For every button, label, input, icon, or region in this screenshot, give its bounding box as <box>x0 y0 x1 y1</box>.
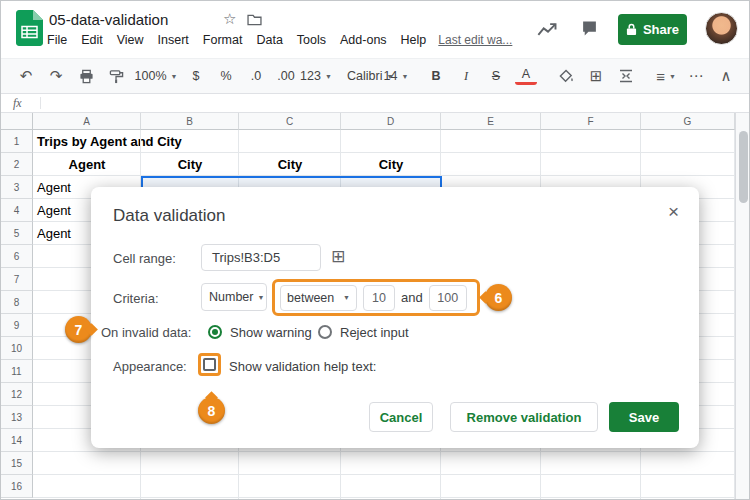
row-header-6[interactable]: 6 <box>1 245 33 268</box>
row-header-13[interactable]: 13 <box>1 406 33 429</box>
font-select[interactable]: Calibri ▼ <box>345 64 367 88</box>
row-header-1[interactable]: 1 <box>1 130 33 153</box>
step-badge-8: 8 <box>198 397 225 424</box>
cell-a4[interactable]: Agent <box>37 199 71 222</box>
star-icon[interactable]: ☆ <box>223 10 236 28</box>
row-header-15[interactable]: 15 <box>1 452 33 475</box>
chevron-down-icon: ▼ <box>669 73 676 80</box>
menu-data[interactable]: Data <box>256 33 282 47</box>
cell-b2[interactable]: City <box>141 153 239 176</box>
menu-file[interactable]: File <box>47 33 67 47</box>
remove-validation-button[interactable]: Remove validation <box>450 402 598 432</box>
menubar: FileEditViewInsertFormatDataToolsAdd-ons… <box>47 33 512 47</box>
italic-button[interactable]: I <box>455 64 477 88</box>
row-header-7[interactable]: 7 <box>1 268 33 291</box>
folder-icon[interactable] <box>247 14 262 26</box>
cell-a5[interactable]: Agent <box>37 222 71 245</box>
column-header-b[interactable]: B <box>141 113 239 130</box>
cell-c2[interactable]: City <box>239 153 341 176</box>
criteria-operator-value: between <box>287 291 334 305</box>
undo-icon[interactable]: ↶ <box>15 64 37 88</box>
invalid-data-label: On invalid data: <box>101 325 191 340</box>
text-color-button[interactable]: A <box>515 67 537 85</box>
strikethrough-button[interactable]: S <box>485 64 507 88</box>
criteria-operator-dropdown[interactable]: between ▼ <box>280 285 357 311</box>
column-header-e[interactable]: E <box>441 113 541 130</box>
row-header-3[interactable]: 3 <box>1 176 33 199</box>
last-edit-link[interactable]: Last edit wa... <box>438 33 512 47</box>
max-value-input[interactable]: 100 <box>429 285 467 311</box>
scrollbar-thumb[interactable] <box>739 131 748 203</box>
avatar[interactable] <box>705 12 738 45</box>
row-header-2[interactable]: 2 <box>1 153 33 176</box>
share-button[interactable]: Share <box>618 14 687 45</box>
menu-edit[interactable]: Edit <box>81 33 103 47</box>
close-icon[interactable]: × <box>668 201 679 223</box>
collapse-toolbar-icon[interactable]: ∧ <box>715 64 737 88</box>
bold-button[interactable]: B <box>425 64 447 88</box>
menu-help[interactable]: Help <box>401 33 427 47</box>
align-select[interactable]: ≡ ▼ <box>655 64 677 88</box>
column-header-a[interactable]: A <box>33 113 141 130</box>
row-header-16[interactable]: 16 <box>1 475 33 498</box>
dialog-title: Data validation <box>113 206 225 226</box>
cancel-button[interactable]: Cancel <box>369 402 433 432</box>
formula-bar: fx <box>1 94 749 113</box>
print-icon[interactable] <box>75 64 97 88</box>
min-value-input[interactable]: 10 <box>363 285 395 311</box>
comment-icon[interactable] <box>581 20 598 37</box>
row-header-5[interactable]: 5 <box>1 222 33 245</box>
menu-view[interactable]: View <box>117 33 144 47</box>
row-header-12[interactable]: 12 <box>1 383 33 406</box>
cell-d2[interactable]: City <box>341 153 441 176</box>
fill-color-icon[interactable] <box>555 64 577 88</box>
save-button[interactable]: Save <box>609 402 679 432</box>
row-header-8[interactable]: 8 <box>1 291 33 314</box>
cell-a1[interactable]: Trips by Agent and City <box>37 130 182 153</box>
criteria-label: Criteria: <box>113 291 159 306</box>
show-warning-radio[interactable] <box>208 325 222 339</box>
reject-input-radio[interactable] <box>318 325 332 339</box>
column-header-c[interactable]: C <box>239 113 341 130</box>
sheets-logo[interactable] <box>16 10 43 46</box>
column-header-f[interactable]: F <box>541 113 641 130</box>
and-label: and <box>401 290 423 305</box>
activity-icon[interactable] <box>537 22 559 37</box>
format-currency-button[interactable]: $ <box>185 64 207 88</box>
borders-icon[interactable]: ⊞ <box>585 64 607 88</box>
more-toolbar-icon[interactable]: ⋯ <box>685 64 707 88</box>
column-header-g[interactable]: G <box>641 113 735 130</box>
merge-cells-icon[interactable] <box>615 64 637 88</box>
menu-addons[interactable]: Add-ons <box>340 33 387 47</box>
cell-range-input[interactable]: Trips!B3:D5 <box>201 244 321 271</box>
cell-a3[interactable]: Agent <box>37 176 71 199</box>
cell-a2[interactable]: Agent <box>33 153 141 176</box>
select-range-icon[interactable]: ⊞ <box>331 246 345 267</box>
paint-format-icon[interactable] <box>105 64 127 88</box>
row-header-14[interactable]: 14 <box>1 429 33 452</box>
menu-items: FileEditViewInsertFormatDataToolsAdd-ons… <box>47 33 426 47</box>
criteria-type-dropdown[interactable]: Number ▼ <box>201 283 267 311</box>
font-size-select[interactable]: 14 ▼ <box>385 64 407 88</box>
help-text-checkbox[interactable] <box>203 358 216 371</box>
vertical-scrollbar[interactable] <box>735 113 750 500</box>
decrease-decimal-button[interactable]: .0 <box>245 64 267 88</box>
more-formats-button[interactable]: 123 ▼ <box>305 64 327 88</box>
format-percent-button[interactable]: % <box>215 64 237 88</box>
zoom-select[interactable]: 100% ▼ <box>145 64 167 88</box>
menu-format[interactable]: Format <box>203 33 243 47</box>
menu-insert[interactable]: Insert <box>158 33 189 47</box>
doc-title[interactable]: 05-data-validation <box>49 11 168 28</box>
increase-decimal-button[interactable]: .00 <box>275 64 297 88</box>
row-header-11[interactable]: 11 <box>1 360 33 383</box>
redo-icon[interactable]: ↷ <box>45 64 67 88</box>
row-header-10[interactable]: 10 <box>1 337 33 360</box>
column-header-d[interactable]: D <box>341 113 441 130</box>
fill-bucket-glyph <box>559 69 574 84</box>
paint-roller-glyph <box>109 69 124 84</box>
select-all-corner[interactable] <box>1 113 33 130</box>
menu-tools[interactable]: Tools <box>297 33 326 47</box>
chevron-down-icon: ▼ <box>257 294 264 301</box>
row-header-4[interactable]: 4 <box>1 199 33 222</box>
row-header-9[interactable]: 9 <box>1 314 33 337</box>
